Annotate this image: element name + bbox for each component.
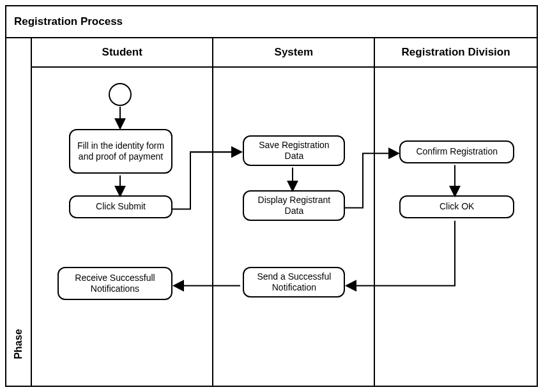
lane-header-student: Student	[32, 38, 213, 66]
activity-click-submit: Click Submit	[69, 195, 172, 218]
lane-header-registration: Registration Division	[375, 38, 537, 66]
activity-save-data: Save Registration Data	[243, 135, 345, 166]
lane-headers: Student System Registration Division	[32, 38, 537, 68]
diagram-frame: Registration Process Phase Student Syste…	[5, 5, 538, 387]
swimlanes: Student System Registration Division Fil…	[32, 38, 537, 386]
activity-send-notif: Send a Successful Notification	[243, 267, 345, 298]
lane-student: Fill in the identity form and proof of p…	[32, 68, 213, 386]
lane-registration: Confirm Registration Click OK	[375, 68, 537, 386]
lane-body: Fill in the identity form and proof of p…	[32, 68, 537, 386]
activity-display-data: Display Registrant Data	[243, 190, 345, 221]
activity-fill-form: Fill in the identity form and proof of p…	[69, 129, 172, 174]
lane-system: Save Registration Data Display Registran…	[213, 68, 375, 386]
activity-receive-notif: Receive Successfull Notifications	[57, 267, 172, 300]
activity-click-ok: Click OK	[399, 195, 514, 218]
phase-column: Phase	[6, 38, 32, 386]
main-area: Phase Student System Registration Divisi…	[6, 38, 537, 386]
phase-label: Phase	[13, 329, 24, 359]
start-node-icon	[109, 83, 132, 106]
lane-header-system: System	[213, 38, 375, 66]
activity-confirm-reg: Confirm Registration	[399, 140, 514, 163]
diagram-title: Registration Process	[6, 6, 537, 38]
